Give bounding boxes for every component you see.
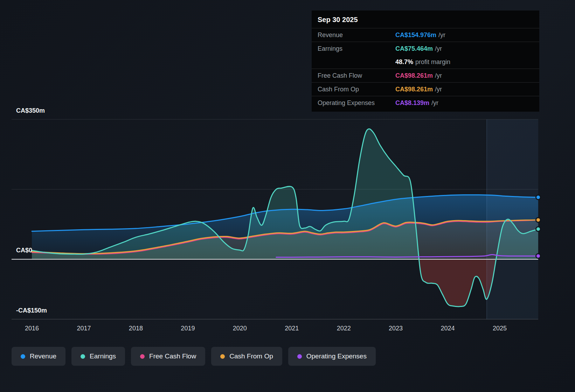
tooltip-suffix-earnings: /yr [435, 44, 442, 53]
end-dot-operating-expenses[interactable] [536, 254, 540, 258]
end-dot-cash-from-op[interactable] [536, 218, 540, 222]
profit-margin-label: profit margin [415, 58, 450, 66]
profit-margin-value: 48.7% [395, 58, 413, 66]
x-tick-2020: 2020 [233, 325, 247, 332]
tooltip-row-operating-expenses: Operating Expenses CA$8.139m/yr [312, 96, 539, 110]
x-tick-2024: 2024 [441, 325, 455, 332]
tooltip-suffix-revenue: /yr [438, 31, 445, 39]
legend-pill-revenue[interactable]: Revenue [12, 347, 65, 366]
tooltip-label-free-cash-flow: Free Cash Flow [318, 71, 395, 80]
chart-legend: RevenueEarningsFree Cash FlowCash From O… [12, 347, 376, 366]
chart-tooltip: Sep 30 2025 Revenue CA$154.976m/yr Earni… [312, 10, 539, 112]
tooltip-row-free-cash-flow: Free Cash Flow CA$98.261m/yr [312, 69, 539, 82]
legend-label-earnings: Earnings [90, 352, 116, 360]
tooltip-label-operating-expenses: Operating Expenses [318, 99, 395, 107]
tooltip-label-cash-from-op: Cash From Op [318, 85, 395, 93]
tooltip-value-revenue: CA$154.976m [395, 31, 436, 39]
tooltip-row-profit-margin: 48.7%profit margin [312, 55, 539, 69]
tooltip-date: Sep 30 2025 [312, 10, 539, 28]
legend-pill-operating-expenses[interactable]: Operating Expenses [288, 347, 376, 366]
earnings-legend-dot [81, 354, 85, 359]
y-axis-label-0: CA$0 [16, 247, 32, 254]
x-tick-2017: 2017 [77, 325, 91, 332]
tooltip-suffix-cash-from-op: /yr [435, 85, 442, 93]
x-tick-2016: 2016 [25, 325, 39, 332]
tooltip-row-revenue: Revenue CA$154.976m/yr [312, 28, 539, 42]
tooltip-value-operating-expenses: CA$8.139m [395, 99, 429, 107]
legend-label-operating-expenses: Operating Expenses [306, 352, 367, 360]
tooltip-suffix-operating-expenses: /yr [431, 99, 438, 107]
end-dot-earnings[interactable] [536, 227, 540, 231]
operating-expenses-legend-dot [297, 354, 302, 359]
tooltip-value-free-cash-flow: CA$98.261m [395, 71, 433, 80]
x-axis: 2016201720182019202020212022202320242025 [0, 325, 575, 334]
legend-label-free-cash-flow: Free Cash Flow [149, 352, 196, 360]
x-tick-2018: 2018 [129, 325, 143, 332]
x-tick-2025: 2025 [493, 325, 507, 332]
forecast-band [487, 119, 538, 319]
legend-pill-earnings[interactable]: Earnings [71, 347, 125, 366]
legend-pill-free-cash-flow[interactable]: Free Cash Flow [131, 347, 205, 366]
tooltip-label-earnings: Earnings [318, 44, 395, 53]
tooltip-label-revenue: Revenue [318, 31, 395, 39]
revenue-legend-dot [21, 354, 25, 359]
cash-from-op-legend-dot [220, 354, 225, 359]
end-dot-revenue[interactable] [536, 195, 540, 200]
legend-label-revenue: Revenue [30, 352, 56, 360]
y-axis-label-350m: CA$350m [16, 107, 45, 114]
free-cash-flow-legend-dot [140, 354, 145, 359]
x-tick-2023: 2023 [389, 325, 403, 332]
tooltip-row-earnings: Earnings CA$75.464m/yr [312, 42, 539, 55]
y-axis-label-neg150m: -CA$150m [16, 307, 47, 314]
tooltip-value-cash-from-op: CA$98.261m [395, 85, 433, 93]
tooltip-value-earnings: CA$75.464m [395, 44, 433, 53]
tooltip-row-cash-from-op: Cash From Op CA$98.261m/yr [312, 82, 539, 96]
x-tick-2021: 2021 [285, 325, 299, 332]
legend-label-cash-from-op: Cash From Op [229, 352, 273, 360]
tooltip-suffix-free-cash-flow: /yr [435, 71, 442, 80]
x-tick-2019: 2019 [181, 325, 195, 332]
page: CA$350m CA$0 -CA$150m 201620172018201920… [0, 0, 575, 392]
legend-pill-cash-from-op[interactable]: Cash From Op [211, 347, 282, 366]
x-tick-2022: 2022 [337, 325, 351, 332]
